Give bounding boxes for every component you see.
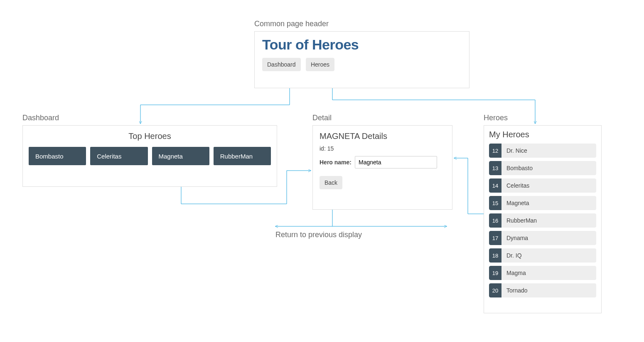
hero-list-item[interactable]: 17Dynama [489,231,596,245]
hero-list-item[interactable]: 13Bombasto [489,161,596,175]
top-hero-tile[interactable]: Celeritas [90,147,147,165]
hero-name-label: Hero name: [320,159,351,166]
hero-name: RubberMan [501,213,596,228]
hero-name: Dynama [501,231,596,245]
hero-list-item[interactable]: 14Celeritas [489,178,596,193]
hero-list-item[interactable]: 12Dr. Nice [489,144,596,158]
hero-id-badge: 17 [489,231,501,245]
back-button[interactable]: Back [320,176,342,189]
hero-name: Dr. Nice [501,144,596,158]
label-heroes: Heroes [484,114,508,122]
hero-id-badge: 19 [489,266,501,280]
dashboard-panel: Top Heroes BombastoCeleritasMagnetaRubbe… [22,125,277,187]
detail-id-value: 15 [327,145,334,152]
hero-id-badge: 20 [489,283,501,297]
hero-id-badge: 12 [489,144,501,158]
hero-list-item[interactable]: 19Magma [489,266,596,280]
detail-title: MAGNETA Details [320,131,445,141]
heroes-list: 12Dr. Nice13Bombasto14Celeritas15Magneta… [489,144,596,297]
hero-name: Magma [501,266,596,280]
top-hero-tile[interactable]: RubberMan [214,147,271,165]
detail-panel: MAGNETA Details id: 15 Hero name: Back [312,125,452,210]
hero-id-badge: 16 [489,213,501,228]
hero-id-badge: 18 [489,248,501,263]
hero-list-item[interactable]: 20Tornado [489,283,596,297]
heroes-panel: My Heroes 12Dr. Nice13Bombasto14Celerita… [484,125,602,313]
header-panel: Tour of Heroes Dashboard Heroes [254,31,469,88]
hero-list-item[interactable]: 16RubberMan [489,213,596,228]
hero-name: Bombasto [501,161,596,175]
hero-name-input[interactable] [355,156,437,169]
nav-heroes-button[interactable]: Heroes [306,58,334,71]
hero-list-item[interactable]: 18Dr. IQ [489,248,596,263]
dashboard-title: Top Heroes [29,131,271,141]
top-hero-tile[interactable]: Bombasto [29,147,86,165]
hero-id-badge: 14 [489,178,501,193]
detail-id-label: id: [320,145,326,152]
label-detail: Detail [312,114,332,122]
hero-id-badge: 15 [489,196,501,210]
hero-name: Celeritas [501,178,596,193]
hero-id-badge: 13 [489,161,501,175]
top-heroes-row: BombastoCeleritasMagnetaRubberMan [29,147,271,165]
detail-id-line: id: 15 [320,145,445,152]
label-common-header: Common page header [254,20,329,28]
nav-dashboard-button[interactable]: Dashboard [262,58,301,71]
hero-name: Dr. IQ [501,248,596,263]
top-hero-tile[interactable]: Magneta [152,147,209,165]
hero-name: Magneta [501,196,596,210]
app-title: Tour of Heroes [262,37,462,53]
hero-list-item[interactable]: 15Magneta [489,196,596,210]
heroes-title: My Heroes [489,130,596,139]
hero-name: Tornado [501,283,596,297]
label-dashboard: Dashboard [22,114,59,122]
